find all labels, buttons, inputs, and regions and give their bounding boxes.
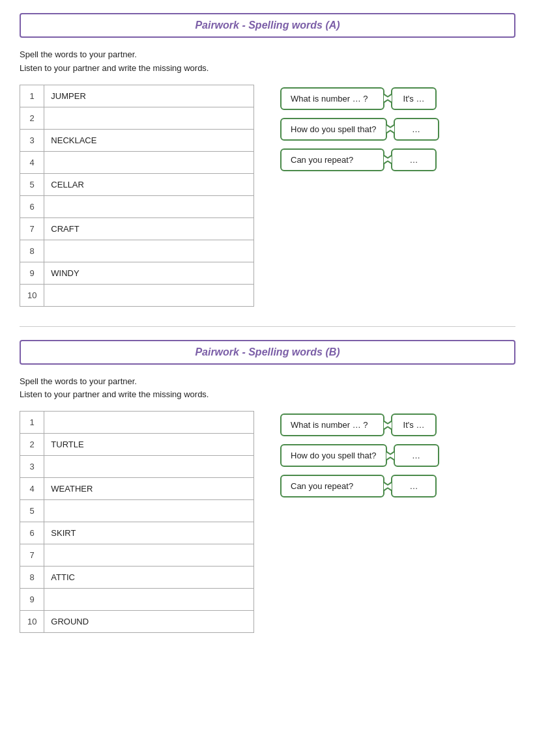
row-num: 3 <box>20 129 44 151</box>
row-num: 2 <box>20 107 44 129</box>
row-word <box>44 195 254 217</box>
instruction-b-2: Listen to your partner and write the mis… <box>20 388 515 402</box>
dialogue-panel-b: What is number … ? It's … How do you spe… <box>280 411 439 497</box>
table-row: 9WINDY <box>20 262 254 284</box>
row-num: 6 <box>20 522 44 544</box>
title-b: Pairwork - Spelling words (B) <box>31 346 504 358</box>
row-num: 3 <box>20 456 44 478</box>
row-word: CRAFT <box>44 217 254 240</box>
table-row: 10GROUND <box>20 611 254 633</box>
row-num: 9 <box>20 589 44 611</box>
row-word: WEATHER <box>44 478 254 500</box>
table-row: 1JUMPER <box>20 85 254 107</box>
dialogue-panel-a: What is number … ? It's … How do you spe… <box>280 85 439 171</box>
table-row: 8 <box>20 240 254 262</box>
dialogue-row-a-2: How do you spell that? … <box>280 118 439 141</box>
dialogue-row-b-2: How do you spell that? … <box>280 444 439 467</box>
bubble-answer-b-2: … <box>394 444 439 467</box>
section-a: Pairwork - Spelling words (A) Spell the … <box>20 13 515 307</box>
table-row: 4WEATHER <box>20 478 254 500</box>
bubble-answer-b-1: It's … <box>391 413 437 436</box>
table-row: 5 <box>20 500 254 522</box>
row-num: 8 <box>20 240 44 262</box>
row-word: WINDY <box>44 262 254 284</box>
bubble-question-a-2: How do you spell that? <box>280 118 387 141</box>
row-word: TURTLE <box>44 434 254 456</box>
row-num: 10 <box>20 611 44 633</box>
section-divider <box>20 326 515 327</box>
title-box-b: Pairwork - Spelling words (B) <box>20 340 515 365</box>
section-b: Pairwork - Spelling words (B) Spell the … <box>20 340 515 634</box>
title-box-a: Pairwork - Spelling words (A) <box>20 13 515 38</box>
dialogue-row-a-3: Can you repeat? … <box>280 148 439 171</box>
instructions-b: Spell the words to your partner. Listen … <box>20 375 515 402</box>
dialogue-row-b-3: Can you repeat? … <box>280 475 439 497</box>
table-row: 2TURTLE <box>20 434 254 456</box>
row-word <box>44 500 254 522</box>
bubble-answer-a-2: … <box>394 118 439 141</box>
table-row: 7 <box>20 544 254 567</box>
bubble-question-a-1: What is number … ? <box>280 87 384 110</box>
dialogue-row-a-1: What is number … ? It's … <box>280 87 439 110</box>
row-num: 5 <box>20 500 44 522</box>
row-word: SKIRT <box>44 522 254 544</box>
row-num: 7 <box>20 217 44 240</box>
row-word <box>44 107 254 129</box>
row-num: 4 <box>20 478 44 500</box>
table-row: 5CELLAR <box>20 173 254 195</box>
bubble-question-b-2: How do you spell that? <box>280 444 387 467</box>
row-num: 9 <box>20 262 44 284</box>
instruction-b-1: Spell the words to your partner. <box>20 375 515 389</box>
content-row-a: 1JUMPER23NECKLACE45CELLAR67CRAFT89WINDY1… <box>20 85 515 307</box>
instructions-a: Spell the words to your partner. Listen … <box>20 48 515 76</box>
table-row: 8ATTIC <box>20 567 254 589</box>
title-a: Pairwork - Spelling words (A) <box>31 20 504 31</box>
row-word: CELLAR <box>44 173 254 195</box>
content-row-b: 12TURTLE34WEATHER56SKIRT78ATTIC910GROUND… <box>20 411 515 633</box>
row-word <box>44 240 254 262</box>
instruction-a-2: Listen to your partner and write the mis… <box>20 62 515 76</box>
row-word: GROUND <box>44 611 254 633</box>
bubble-answer-a-3: … <box>391 148 437 171</box>
bubble-answer-b-3: … <box>391 475 437 497</box>
bubble-answer-a-1: It's … <box>391 87 437 110</box>
table-row: 6 <box>20 195 254 217</box>
row-num: 8 <box>20 567 44 589</box>
table-row: 6SKIRT <box>20 522 254 544</box>
table-row: 1 <box>20 412 254 434</box>
row-word <box>44 544 254 567</box>
table-row: 7CRAFT <box>20 217 254 240</box>
row-word <box>44 284 254 306</box>
row-num: 10 <box>20 284 44 306</box>
table-row: 10 <box>20 284 254 306</box>
row-word <box>44 151 254 173</box>
bubble-question-b-3: Can you repeat? <box>280 475 384 497</box>
word-table-a: 1JUMPER23NECKLACE45CELLAR67CRAFT89WINDY1… <box>20 85 254 307</box>
row-num: 2 <box>20 434 44 456</box>
table-row: 2 <box>20 107 254 129</box>
row-num: 4 <box>20 151 44 173</box>
row-word <box>44 456 254 478</box>
row-num: 1 <box>20 412 44 434</box>
table-row: 4 <box>20 151 254 173</box>
row-word: ATTIC <box>44 567 254 589</box>
row-num: 5 <box>20 173 44 195</box>
row-num: 1 <box>20 85 44 107</box>
table-row: 3 <box>20 456 254 478</box>
row-word <box>44 412 254 434</box>
table-row: 3NECKLACE <box>20 129 254 151</box>
row-word: JUMPER <box>44 85 254 107</box>
row-num: 7 <box>20 544 44 567</box>
row-num: 6 <box>20 195 44 217</box>
word-table-b: 12TURTLE34WEATHER56SKIRT78ATTIC910GROUND <box>20 411 254 633</box>
row-word: NECKLACE <box>44 129 254 151</box>
table-row: 9 <box>20 589 254 611</box>
row-word <box>44 589 254 611</box>
dialogue-row-b-1: What is number … ? It's … <box>280 413 439 436</box>
instruction-a-1: Spell the words to your partner. <box>20 48 515 62</box>
bubble-question-a-3: Can you repeat? <box>280 148 384 171</box>
bubble-question-b-1: What is number … ? <box>280 413 384 436</box>
